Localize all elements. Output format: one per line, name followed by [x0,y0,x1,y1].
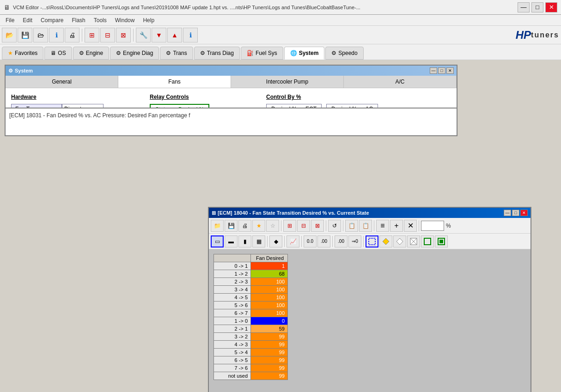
tb-open-button[interactable]: 📂 [2,28,17,42]
row-value[interactable]: 100 [251,286,288,294]
row-value[interactable]: 99 [251,349,288,356]
tab-speedo[interactable]: ⚙ Speedo [325,47,363,60]
ecm-tb-grid-h[interactable]: ⊟ [297,220,310,232]
menu-window[interactable]: Window [111,16,139,24]
row-value[interactable]: 99 [251,333,288,341]
ecm-tb2-sel1[interactable] [366,235,378,247]
ecm-tb2-split-h[interactable]: ▬ [225,235,238,247]
table-row[interactable]: 5 -> 6100 [214,302,288,309]
ecm-tb2-diamond-outline[interactable] [393,235,406,247]
row-value[interactable]: 59 [251,325,288,333]
tb-folder-button[interactable]: 🗁 [33,28,48,42]
ecm-tb2-single[interactable]: ▭ [211,235,224,247]
ecm-window-controls[interactable]: — □ ✕ [504,210,528,216]
title-bar-controls[interactable]: — □ ✕ [518,2,557,12]
tb-grid2-button[interactable]: ⊟ [100,28,115,42]
ecm-tb2-box-filled[interactable] [435,235,448,247]
ecm-tb-star-empty[interactable]: ☆ [266,220,279,232]
ecm-tb2-arrow1[interactable]: ⇒0 [348,235,361,247]
ecm-tb2-grid[interactable]: ▦ [252,235,265,247]
menu-tools[interactable]: Tools [90,16,110,24]
row-value[interactable]: 0 [251,317,288,325]
ecm-tb2-box-outline[interactable] [421,235,434,247]
tab-favorites[interactable]: ★ Favorites [2,47,43,60]
row-value[interactable]: 100 [251,278,288,286]
minimize-button[interactable]: — [518,2,530,12]
tab-system[interactable]: 🌐 System [284,47,325,60]
row-value[interactable]: 100 [251,302,288,309]
system-window-controls[interactable]: — □ ✕ [430,67,454,74]
table-row[interactable]: 2 -> 159 [214,325,288,333]
menu-compare[interactable]: Compare [37,16,67,24]
tab-os[interactable]: 🖥 OS [44,47,72,60]
table-row[interactable]: 2 -> 3100 [214,278,288,286]
tab-engine-diag[interactable]: ⚙ Engine Diag [110,47,159,60]
tb-wrench-button[interactable]: 🔧 [136,28,151,42]
tab-engine[interactable]: ⚙ Engine [73,47,109,60]
maximize-button[interactable]: □ [531,2,543,12]
row-value[interactable]: 99 [251,341,288,349]
tb-save-button[interactable]: 💾 [18,28,32,42]
table-row[interactable]: 0 -> 11 [214,262,288,270]
ecm-maximize-btn[interactable]: □ [512,210,519,216]
tab-trans-diag[interactable]: ⚙ Trans Diag [194,47,240,60]
tb-upload-button[interactable]: ▲ [167,28,182,42]
ecm-tb-grid-full[interactable]: ⊞ [283,220,296,232]
row-value[interactable]: 99 [251,356,288,364]
table-row[interactable]: 3 -> 299 [214,333,288,341]
subtab-intercooler[interactable]: Intercooler Pump [231,76,344,88]
tab-fuel-sys[interactable]: ⛽ Fuel Sys [241,47,283,60]
ecm-tb2-dec0[interactable]: 0.0 [304,235,317,247]
row-value[interactable]: 1 [251,262,288,270]
table-row[interactable]: 6 -> 7100 [214,309,288,317]
ecm-tb2-chart[interactable]: 📈 [287,235,299,247]
table-row[interactable]: 1 -> 268 [214,270,288,278]
system-close-btn[interactable]: ✕ [446,67,454,74]
subtab-fans[interactable]: Fans [118,76,231,88]
ecm-tb2-split-v[interactable]: ▮ [238,235,251,247]
ecm-tb-times[interactable]: ✕ [404,220,417,232]
menu-help[interactable]: Help [139,16,158,24]
table-row[interactable]: 5 -> 499 [214,349,288,356]
table-row[interactable]: 4 -> 5100 [214,294,288,302]
table-row[interactable]: 6 -> 599 [214,356,288,364]
ecm-tb-undo[interactable]: ↺ [328,220,341,232]
menu-file[interactable]: File [2,16,18,24]
ecm-tb2-diamond[interactable]: ◆ [269,235,282,247]
tb-grid3-button[interactable]: ⊠ [116,28,131,42]
ecm-tb2-arrow0[interactable]: .00 [335,235,348,247]
tb-download-button[interactable]: ▼ [152,28,166,42]
row-value[interactable]: 100 [251,294,288,302]
menu-flash[interactable]: Flash [68,16,89,24]
ecm-tb-print[interactable]: 🖨 [238,220,251,232]
ecm-tb-grid-x[interactable]: ⊠ [311,220,324,232]
ecm-tb-paste[interactable]: 📋 [359,220,372,232]
row-value[interactable]: 99 [251,364,288,372]
system-maximize-btn[interactable]: □ [438,67,445,74]
table-row[interactable]: 1 -> 00 [214,317,288,325]
table-row[interactable]: 4 -> 399 [214,341,288,349]
ecm-value-input[interactable] [421,221,444,231]
row-value[interactable]: 68 [251,270,288,278]
system-minimize-btn[interactable]: — [430,67,437,74]
close-button[interactable]: ✕ [545,2,557,12]
tb-info-button[interactable]: ℹ [49,28,64,42]
ecm-tb2-box-x[interactable] [407,235,420,247]
tb-info2-button[interactable]: ℹ [183,28,198,42]
table-row[interactable]: 7 -> 699 [214,364,288,372]
ecm-tb2-dec2[interactable]: .00 [317,235,330,247]
ecm-tb-equals[interactable]: ≡ [376,220,389,232]
subtab-general[interactable]: General [6,76,118,88]
ecm-minimize-btn[interactable]: — [504,210,511,216]
ecm-close-btn[interactable]: ✕ [520,210,528,216]
ecm-tb-save[interactable]: 💾 [225,220,238,232]
ecm-tb-copy[interactable]: 📋 [345,220,358,232]
table-row[interactable]: not used99 [214,372,288,380]
subtab-ac[interactable]: A/C [344,76,457,88]
tb-print-button[interactable]: 🖨 [65,28,79,42]
ecm-tb-star-filled[interactable]: ★ [252,220,265,232]
row-value[interactable]: 100 [251,309,288,317]
ecm-tb-plus[interactable]: + [390,220,403,232]
tab-trans[interactable]: ⚙ Trans [160,47,193,60]
tb-grid1-button[interactable]: ⊞ [85,28,99,42]
